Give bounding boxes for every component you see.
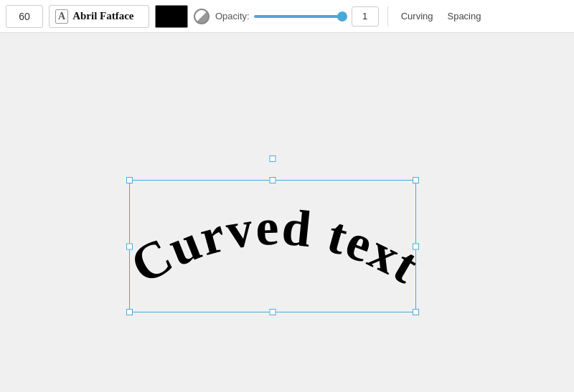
- canvas-area: Curved text: [0, 33, 574, 392]
- handle-bottom-right[interactable]: [413, 309, 419, 315]
- opacity-label: Opacity:: [215, 11, 250, 21]
- toolbar: A Abril Fatface Opacity: Curving Spacing: [0, 0, 574, 33]
- handle-top-left[interactable]: [126, 177, 133, 183]
- selection-box: [129, 180, 416, 312]
- handle-top-right[interactable]: [413, 177, 419, 183]
- spacing-button[interactable]: Spacing: [443, 8, 485, 24]
- opacity-slider[interactable]: [254, 15, 347, 18]
- handle-bottom-center[interactable]: [270, 309, 276, 315]
- divider: [387, 6, 388, 27]
- handle-bottom-left[interactable]: [126, 309, 133, 315]
- curving-button[interactable]: Curving: [397, 8, 438, 24]
- handle-top-center[interactable]: [270, 177, 276, 183]
- color-swatch[interactable]: [155, 5, 188, 28]
- opacity-icon: [194, 9, 210, 24]
- font-picker-icon: A: [55, 9, 68, 24]
- handle-middle-left[interactable]: [126, 243, 133, 249]
- opacity-section: Opacity:: [215, 6, 379, 27]
- font-picker-label: Abril Fatface: [72, 10, 133, 22]
- font-size-input[interactable]: [6, 5, 43, 28]
- opacity-value-input[interactable]: [352, 6, 379, 27]
- handle-rotation[interactable]: [270, 156, 276, 162]
- font-picker[interactable]: A Abril Fatface: [49, 5, 149, 28]
- handle-middle-right[interactable]: [413, 243, 419, 249]
